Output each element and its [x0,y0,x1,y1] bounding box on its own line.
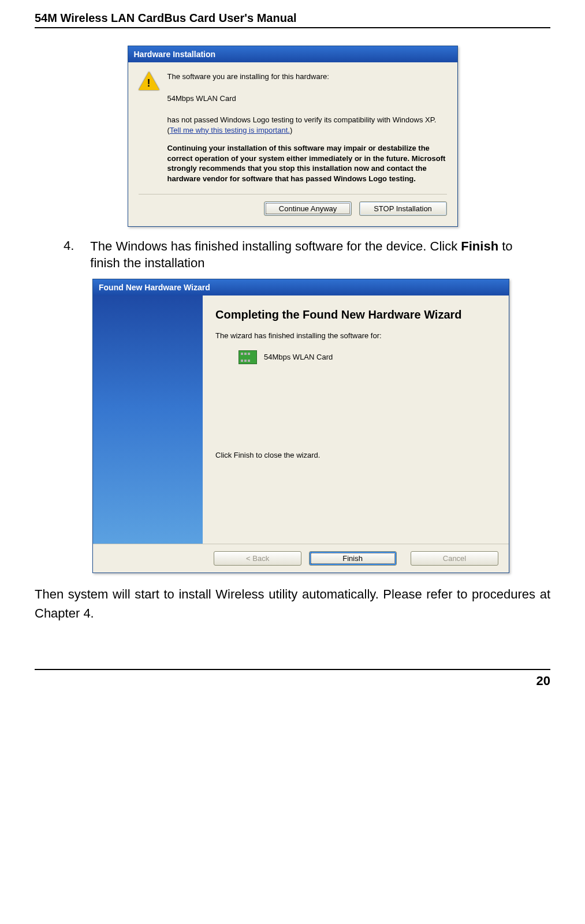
cancel-button: Cancel [411,551,498,566]
back-button: < Back [214,551,301,566]
tell-me-why-link[interactable]: Tell me why this testing is important. [170,126,290,134]
step-4: 4. The Windows has finished installing s… [64,238,533,271]
step-text-a: The Windows has finished installing soft… [90,239,461,253]
compat-end: ) [290,126,292,134]
wizard-titlebar: Found New Hardware Wizard [93,279,509,295]
wizard-line2: Click Finish to close the wizard. [215,451,496,459]
page-number: 20 [35,674,550,689]
step-text-bold: Finish [461,239,498,253]
dialog-intro: The software you are installing for this… [167,72,447,82]
step-body: The Windows has finished installing soft… [90,238,533,271]
wizard-side-graphic [93,295,203,544]
footer-divider [35,669,550,670]
step-number: 4. [64,238,74,271]
warning-icon: ! [139,72,159,92]
device-chip-icon [239,350,257,364]
hardware-installation-dialog: Hardware Installation ! The software you… [128,46,458,227]
stop-installation-button[interactable]: STOP Installation [359,201,447,216]
dialog-compat-line: has not passed Windows Logo testing to v… [167,115,447,135]
wizard-heading: Completing the Found New Hardware Wizard [215,307,496,322]
wizard-line1: The wizard has finished installing the s… [215,331,496,340]
document-header: 54M Wireless LAN CardBus Card User's Man… [35,12,550,25]
wizard-device-name: 54Mbps WLAN Card [264,353,333,361]
dialog-warning-text: Continuing your installation of this sof… [167,143,447,184]
dialog-device-name: 54Mbps WLAN Card [167,93,447,104]
dialog-titlebar: Hardware Installation [128,46,457,62]
finish-button[interactable]: Finish [309,551,397,566]
header-divider [35,27,550,28]
continue-anyway-button[interactable]: Continue Anyway [264,201,352,216]
found-new-hardware-wizard: Found New Hardware Wizard Completing the… [92,279,509,573]
follow-paragraph: Then system will start to install Wirele… [35,585,550,623]
